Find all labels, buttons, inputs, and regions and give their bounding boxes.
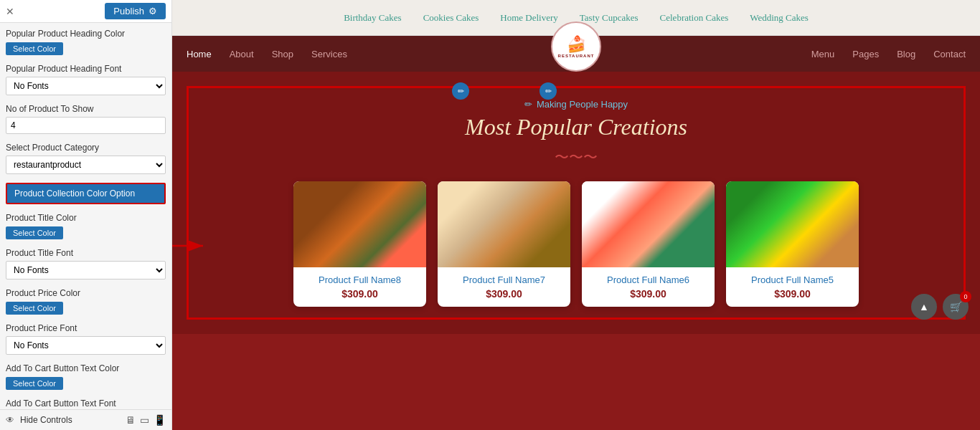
publish-gear-icon: ⚙ <box>149 6 157 16</box>
top-nav-item-birthday[interactable]: Birthday Cakes <box>344 12 402 24</box>
nav-shop[interactable]: Shop <box>272 49 293 59</box>
nav-services[interactable]: Services <box>311 49 347 59</box>
nav-pages[interactable]: Pages <box>852 49 879 59</box>
main-navigation: Home About Shop Services ✏ 🍰 RESTAURANT … <box>172 36 980 72</box>
product-title-font-group: Product Title Font No Fonts <box>6 248 166 280</box>
add-to-cart-color-group: Add To Cart Button Text Color Select Col… <box>6 363 166 390</box>
top-nav-item-home[interactable]: Home Delivery <box>500 12 558 24</box>
product-price-1: $309.00 <box>301 288 419 300</box>
product-name-3: Product Full Name6 <box>589 274 707 285</box>
add-to-cart-font-group: Add To Cart Button Text Font No Fonts <box>6 398 166 409</box>
nav-home[interactable]: Home <box>187 49 212 59</box>
scroll-up-button[interactable]: ▲ <box>911 294 937 320</box>
product-name-4: Product Full Name5 <box>733 274 852 285</box>
panel-scroll: Popular Product Heading Color Select Col… <box>0 23 171 409</box>
top-nav-item-tasty[interactable]: Tasty Cupcakes <box>580 12 639 24</box>
product-card-1: Product Full Name8 $309.00 <box>293 181 426 307</box>
section-subtitle: ✏ Making People Happy <box>199 99 953 110</box>
product-price-font-group: Product Price Font No Fonts <box>6 323 166 355</box>
product-image-1 <box>293 181 426 267</box>
section-title: Most Popular Creations <box>199 114 953 140</box>
hide-controls-button[interactable]: Hide Controls <box>20 415 72 425</box>
product-price-3: $309.00 <box>589 288 707 300</box>
add-to-cart-font-label: Add To Cart Button Text Font <box>6 398 166 408</box>
panel-bottom: 👁 Hide Controls 🖥 ▭ 📱 <box>0 409 171 430</box>
section-subtitle-text: Making People Happy <box>537 99 628 110</box>
product-title-font-label: Product Title Font <box>6 248 166 258</box>
no-of-product-label: No of Product To Show <box>6 104 166 114</box>
nav-contact[interactable]: Contact <box>933 49 966 59</box>
cart-icon: 🛒 <box>950 301 962 312</box>
product-collection-btn[interactable]: Product Collection Color Option <box>6 183 166 204</box>
eye-icon: 👁 <box>6 415 14 425</box>
popular-heading-font-select[interactable]: No Fonts <box>6 77 166 95</box>
hide-controls-label: Hide Controls <box>20 415 72 425</box>
top-nav-item-wedding[interactable]: Wedding Cakes <box>750 12 809 24</box>
product-info-2: Product Full Name7 $309.00 <box>438 267 570 307</box>
product-image-4 <box>726 181 859 267</box>
left-nav-links: Home About Shop Services <box>187 49 347 59</box>
edit-circle-left[interactable]: ✏ <box>452 82 469 100</box>
popular-heading-color-label: Popular Product Heading Color <box>6 29 166 39</box>
product-info-1: Product Full Name8 $309.00 <box>293 267 426 307</box>
no-of-product-group: No of Product To Show <box>6 104 166 134</box>
cart-button[interactable]: 🛒 0 <box>943 294 969 320</box>
nav-blog[interactable]: Blog <box>897 49 915 59</box>
left-panel: ✕ Publish ⚙ Popular Product Heading Colo… <box>0 0 172 430</box>
product-card-3: Product Full Name6 $309.00 <box>582 181 715 307</box>
product-grid: Product Full Name8 $309.00 Product Full … <box>199 181 953 307</box>
popular-heading-font-group: Popular Product Heading Font No Fonts <box>6 64 166 95</box>
title-divider: 〜〜〜 <box>199 148 953 167</box>
product-card-4: Product Full Name5 $309.00 <box>726 181 859 307</box>
edit-pencil-icon: ✏ <box>524 99 532 110</box>
popular-heading-color-btn[interactable]: Select Color <box>6 42 63 55</box>
select-category-select[interactable]: restaurantproduct <box>6 156 166 174</box>
product-price-2: $309.00 <box>445 288 563 300</box>
publish-button[interactable]: Publish ⚙ <box>105 3 166 19</box>
nav-menu[interactable]: Menu <box>811 49 835 59</box>
close-button[interactable]: ✕ <box>6 6 14 17</box>
product-name-2: Product Full Name7 <box>445 274 563 285</box>
scroll-up-icon: ▲ <box>919 301 929 312</box>
highlighted-content: ✏ Making People Happy Most Popular Creat… <box>187 86 966 320</box>
desktop-view-button[interactable]: 🖥 <box>126 414 136 426</box>
cart-badge: 0 <box>960 291 971 302</box>
product-info-4: Product Full Name5 $309.00 <box>726 267 859 307</box>
right-nav-links: Menu Pages Blog Contact <box>811 49 966 59</box>
product-card-2: Product Full Name7 $309.00 <box>438 181 570 307</box>
arrow-indicator <box>172 224 214 267</box>
edit-circle-right[interactable]: ✏ <box>540 82 557 100</box>
nav-about[interactable]: About <box>230 49 254 59</box>
add-to-cart-color-btn[interactable]: Select Color <box>6 377 63 390</box>
product-image-2 <box>438 181 570 267</box>
select-category-label: Select Product Category <box>6 143 166 153</box>
preview-area: Birthday Cakes Cookies Cakes Home Delive… <box>172 0 980 430</box>
product-price-color-btn[interactable]: Select Color <box>6 302 63 315</box>
product-name-1: Product Full Name8 <box>301 274 419 285</box>
popular-heading-font-label: Popular Product Heading Font <box>6 64 166 74</box>
tablet-view-button[interactable]: ▭ <box>140 414 149 426</box>
mobile-view-button[interactable]: 📱 <box>154 414 166 426</box>
popular-heading-color-group: Popular Product Heading Color Select Col… <box>6 29 166 55</box>
product-info-3: Product Full Name6 $309.00 <box>582 267 715 307</box>
product-price-font-label: Product Price Font <box>6 323 166 333</box>
product-title-font-select[interactable]: No Fonts <box>6 261 166 280</box>
product-price-color-group: Product Price Color Select Color <box>6 288 166 315</box>
product-title-color-label: Product Title Color <box>6 213 166 223</box>
no-of-product-input[interactable] <box>6 117 166 134</box>
panel-header: ✕ Publish ⚙ <box>0 0 171 23</box>
view-icons: 🖥 ▭ 📱 <box>126 414 166 426</box>
product-price-4: $309.00 <box>733 288 852 300</box>
add-to-cart-color-label: Add To Cart Button Text Color <box>6 363 166 373</box>
product-image-3 <box>582 181 715 267</box>
product-title-color-btn[interactable]: Select Color <box>6 226 63 239</box>
top-nav-item-cookies[interactable]: Cookies Cakes <box>423 12 479 24</box>
publish-label: Publish <box>113 6 144 16</box>
product-price-font-select[interactable]: No Fonts <box>6 336 166 355</box>
top-nav-item-celebration[interactable]: Celebration Cakes <box>660 12 729 24</box>
logo-text: RESTAURANT <box>558 54 595 58</box>
select-category-group: Select Product Category restaurantproduc… <box>6 143 166 174</box>
logo-circle: 🍰 RESTAURANT <box>551 22 601 72</box>
product-title-color-group: Product Title Color Select Color <box>6 213 166 239</box>
main-content: ✏ Making People Happy Most Popular Creat… <box>172 72 980 334</box>
